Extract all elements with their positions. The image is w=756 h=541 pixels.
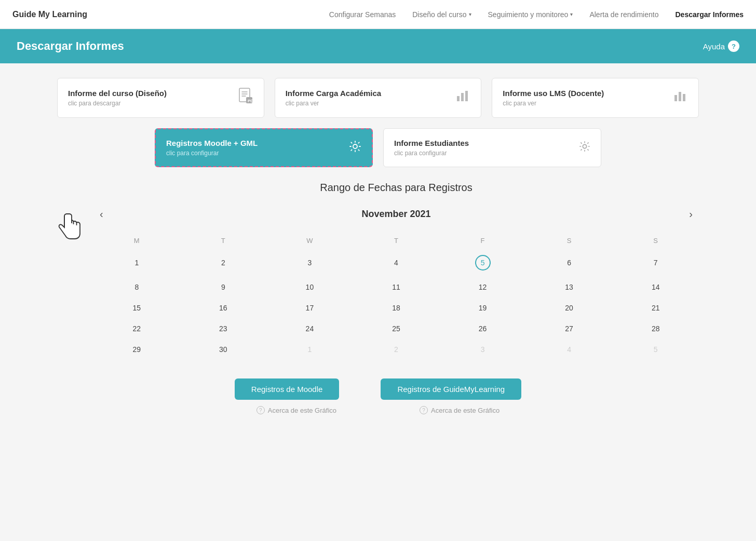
chevron-down-icon: ▾ [469, 11, 471, 17]
bar-chart-icon [456, 89, 470, 107]
info-icon-1: ? [256, 406, 265, 414]
calendar-title: Rango de Fechas para Registros [93, 182, 699, 194]
calendar-day-cell[interactable]: 6 [526, 249, 613, 277]
registros-moodle-button[interactable]: Registros de Moodle [235, 378, 340, 400]
calendar-day-cell[interactable]: 18 [353, 297, 440, 318]
calendar-day-header: S [612, 233, 699, 249]
calendar-week-row: 22232425262728 [93, 318, 699, 339]
calendar-day-cell[interactable]: 7 [612, 249, 699, 277]
calendar-day-cell[interactable]: 25 [353, 318, 440, 339]
page-title: Descargar Informes [17, 39, 124, 53]
cursor-icon [57, 213, 83, 247]
card-carga-academica[interactable]: Informe Carga Académica clic para ver [275, 78, 482, 118]
brand-logo: Guide My Learning [12, 10, 87, 19]
bottom-buttons: Registros de Moodle Registros de GuideMy… [57, 378, 699, 400]
svg-rect-4 [461, 93, 464, 101]
svg-rect-5 [465, 91, 468, 101]
calendar-day-cell[interactable]: 12 [439, 277, 526, 297]
calendar-day-cell[interactable]: 30 [180, 339, 267, 360]
chevron-down-icon: ▾ [570, 11, 573, 17]
calendar-day-header: W [266, 233, 353, 249]
next-month-button[interactable]: › [683, 206, 699, 222]
about-row: ? Acerca de este Gráfico ? Acerca de est… [57, 406, 699, 414]
calendar-day-cell[interactable]: 13 [526, 277, 613, 297]
prev-month-button[interactable]: ‹ [93, 206, 110, 222]
about-chart-link-2[interactable]: ? Acerca de este Gráfico [420, 406, 500, 414]
card-uso-lms[interactable]: Informe uso LMS (Docente) clic para ver [492, 78, 699, 118]
calendar-week-row: 293012345 [93, 339, 699, 360]
calendar-week-row: 891011121314 [93, 277, 699, 297]
calendar-day-cell[interactable]: 22 [93, 318, 180, 339]
card-registros-moodle-gml[interactable]: Registros Moodle + GML clic para configu… [155, 128, 373, 167]
calendar-day-cell[interactable]: 5 [612, 339, 699, 360]
calendar-day-header: M [93, 233, 180, 249]
calendar-day-header: T [353, 233, 440, 249]
calendar-day-cell[interactable]: 3 [439, 339, 526, 360]
svg-rect-3 [457, 96, 460, 101]
navbar: Guide My Learning Configurar Semanas Dis… [0, 0, 756, 29]
calendar-day-cell[interactable]: 28 [612, 318, 699, 339]
calendar-day-cell[interactable]: 20 [526, 297, 613, 318]
calendar-day-cell[interactable]: 29 [93, 339, 180, 360]
card-informe-estudiantes[interactable]: Informe Estudiantes clic para configurar [383, 128, 601, 167]
calendar-grid: MTWTFSS 12345678910111213141516171819202… [93, 233, 699, 360]
calendar-day-cell[interactable]: 15 [93, 297, 180, 318]
calendar-day-cell[interactable]: 19 [439, 297, 526, 318]
calendar-day-cell[interactable]: 9 [180, 277, 267, 297]
calendar-day-cell[interactable]: 4 [353, 249, 440, 277]
svg-rect-6 [674, 95, 677, 101]
nav-seguimiento[interactable]: Seguimiento y monitoreo ▾ [488, 10, 573, 19]
svg-text:PDF: PDF [248, 99, 253, 103]
calendar-day-header: S [526, 233, 613, 249]
calendar-month-label: November 2021 [361, 209, 430, 220]
info-icon-2: ? [420, 406, 428, 414]
calendar-day-cell[interactable]: 21 [612, 297, 699, 318]
calendar-week-row: 15161718192021 [93, 297, 699, 318]
gear-icon [349, 140, 361, 156]
calendar-week-row: 1234567 [93, 249, 699, 277]
cards-row-1: Informe del curso (Diseño) clic para des… [57, 78, 699, 118]
nav-alerta[interactable]: Alerta de rendimiento [589, 10, 658, 19]
calendar-day-cell[interactable]: 26 [439, 318, 526, 339]
calendar-day-cell[interactable]: 4 [526, 339, 613, 360]
calendar-container: Rango de Fechas para Registros ‹ Novembe… [93, 182, 699, 360]
about-chart-link-1[interactable]: ? Acerca de este Gráfico [256, 406, 336, 414]
pdf-icon: PDF [239, 88, 253, 108]
svg-rect-8 [683, 94, 685, 101]
nav-links: Configurar Semanas Diseño del curso ▾ Se… [329, 10, 744, 19]
calendar-day-cell[interactable]: 1 [93, 249, 180, 277]
help-button[interactable]: Ayuda ? [703, 40, 739, 52]
calendar-day-cell[interactable]: 17 [266, 297, 353, 318]
nav-descargar-informes[interactable]: Descargar Informes [675, 10, 744, 19]
nav-diseno-curso[interactable]: Diseño del curso ▾ [412, 10, 471, 19]
nav-configurar-semanas[interactable]: Configurar Semanas [329, 10, 396, 19]
calendar-day-cell[interactable]: 1 [266, 339, 353, 360]
calendar-day-cell[interactable]: 11 [353, 277, 440, 297]
calendar-day-header: T [180, 233, 267, 249]
calendar-day-cell[interactable]: 10 [266, 277, 353, 297]
calendar-day-cell[interactable]: 24 [266, 318, 353, 339]
gear-icon-2 [579, 141, 590, 155]
calendar-day-cell[interactable]: 5 [439, 249, 526, 277]
calendar-day-cell[interactable]: 27 [526, 318, 613, 339]
calendar-day-cell[interactable]: 3 [266, 249, 353, 277]
svg-rect-7 [679, 92, 681, 101]
calendar-nav: ‹ November 2021 › [93, 206, 699, 222]
card-informe-diseno[interactable]: Informe del curso (Diseño) clic para des… [57, 78, 264, 118]
today-highlight: 5 [475, 255, 491, 270]
calendar-day-cell[interactable]: 8 [93, 277, 180, 297]
calendar-day-cell[interactable]: 2 [353, 339, 440, 360]
calendar-section: Rango de Fechas para Registros ‹ Novembe… [57, 182, 699, 360]
calendar-day-cell[interactable]: 23 [180, 318, 267, 339]
main-content: Informe del curso (Diseño) clic para des… [40, 63, 716, 429]
cards-row-2: Registros Moodle + GML clic para configu… [57, 128, 699, 167]
calendar-day-cell[interactable]: 2 [180, 249, 267, 277]
calendar-day-cell[interactable]: 14 [612, 277, 699, 297]
calendar-day-cell[interactable]: 16 [180, 297, 267, 318]
registros-gml-button[interactable]: Registros de GuideMyLearning [381, 378, 521, 400]
page-header: Descargar Informes Ayuda ? [0, 29, 756, 63]
bar-chart-icon-2 [673, 89, 688, 107]
help-icon: ? [728, 40, 739, 52]
calendar-day-header: F [439, 233, 526, 249]
